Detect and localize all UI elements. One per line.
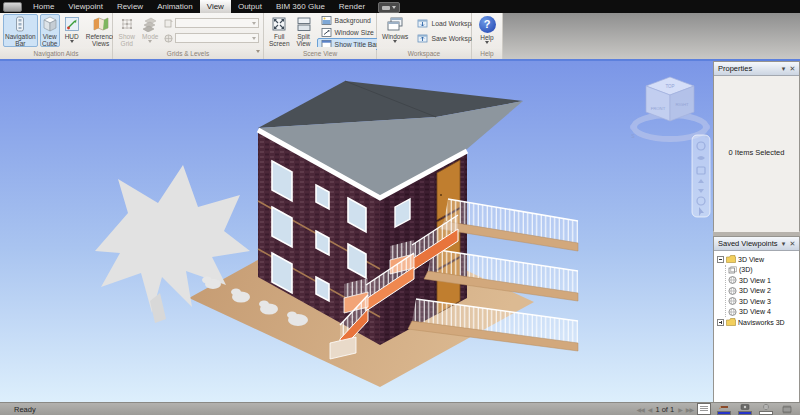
tab-render[interactable]: Render <box>332 0 372 13</box>
level-below-icon <box>164 34 173 43</box>
group-label-help: Help <box>472 47 502 59</box>
close-icon[interactable]: ✕ <box>788 238 797 249</box>
split-view-label: Split View <box>296 33 312 47</box>
panel-menu-icon[interactable]: ▾ <box>779 63 788 74</box>
camera-box-icon <box>728 266 737 274</box>
ribbon-display-icon <box>382 6 390 10</box>
show-grid-label: Show Grid <box>118 33 136 47</box>
navigation-bar-icon <box>12 16 28 32</box>
next-sheet-button[interactable]: ▶ <box>678 406 682 413</box>
hud-label: HUD <box>65 33 79 40</box>
viewcube-top-face[interactable]: TOP <box>665 84 674 89</box>
group-workspace: Windows Load Workspace <box>377 13 472 59</box>
expand-icon[interactable] <box>717 319 724 326</box>
tab-bim360glue[interactable]: BIM 360 Glue <box>269 0 332 13</box>
navigation-bar-label: Navigation Bar <box>5 33 36 47</box>
ribbon: Navigation Bar View Cube <box>0 13 800 59</box>
first-sheet-button[interactable]: ◀◀ <box>637 406 644 413</box>
grid-mode-button[interactable]: Mode <box>140 14 162 47</box>
navigation-bar-button[interactable]: Navigation Bar <box>3 14 38 47</box>
full-screen-button[interactable]: Full Screen <box>267 14 292 47</box>
chevron-down-icon <box>70 40 74 43</box>
help-button[interactable]: ? Help <box>475 14 499 47</box>
tree-item-3d-view-2[interactable]: 3D View 2 <box>728 286 799 297</box>
tab-view[interactable]: View <box>200 0 231 13</box>
status-ready-text: Ready <box>14 405 36 414</box>
scene-canvas[interactable]: S E TOP FRONT RIGHT <box>0 61 713 402</box>
tree-item-label: 3D View 1 <box>739 277 771 284</box>
viewpoint-icon <box>728 297 737 305</box>
tree-item-navisworks-3d-folder[interactable]: Navisworks 3D <box>717 317 799 328</box>
disk-progress-indicator <box>736 404 753 415</box>
view-cube-button[interactable]: View Cube <box>40 14 60 47</box>
tab-output[interactable]: Output <box>231 0 269 13</box>
level-above-icon <box>164 19 173 28</box>
grids-levels-dialog-launcher[interactable] <box>256 50 260 53</box>
previous-sheet-button[interactable]: ◀ <box>648 406 652 413</box>
show-grid-button[interactable]: Show Grid <box>116 14 138 47</box>
tab-viewpoint[interactable]: Viewpoint <box>61 0 110 13</box>
tab-home[interactable]: Home <box>26 0 61 13</box>
chevron-down-icon <box>392 6 396 9</box>
tree-item-3d-view-folder[interactable]: 3D View <box>717 254 799 265</box>
grid-level-combo-1[interactable] <box>175 18 259 28</box>
disk-icon <box>740 404 750 410</box>
reference-views-icon <box>93 16 109 32</box>
viewcube-front-face[interactable]: FRONT <box>651 106 666 111</box>
sheet-browser-icon[interactable] <box>697 403 711 415</box>
tree-item-3d-view-1[interactable]: 3D View 1 <box>728 275 799 286</box>
window-size-button[interactable]: Window Size <box>317 26 386 38</box>
background-button[interactable]: Background <box>317 14 386 26</box>
pencil-icon <box>719 404 729 410</box>
ribbon-empty-area <box>503 13 800 59</box>
properties-title: Properties <box>718 64 752 73</box>
navigation-bar-widget[interactable] <box>692 135 710 217</box>
group-navigation-aids: Navigation Bar View Cube <box>0 13 113 59</box>
help-icon: ? <box>479 16 496 33</box>
tree-item-3d-camera[interactable]: (3D) <box>728 265 799 276</box>
application-menu-icon[interactable] <box>3 2 22 12</box>
properties-titlebar[interactable]: Properties ▾ ✕ <box>714 62 799 76</box>
saved-viewpoints-titlebar[interactable]: Saved Viewpoints ▾ ✕ <box>714 237 799 251</box>
hud-icon <box>64 16 80 32</box>
tab-review[interactable]: Review <box>110 0 150 13</box>
split-view-button[interactable]: Split View <box>294 14 314 47</box>
chevron-down-icon <box>393 40 397 43</box>
background-label: Background <box>335 17 371 24</box>
properties-panel: Properties ▾ ✕ 0 Items Selected <box>713 61 800 231</box>
panel-menu-icon[interactable]: ▾ <box>779 238 788 249</box>
grid-mode-icon <box>142 16 158 32</box>
tree-item-3d-view-3[interactable]: 3D View 3 <box>728 296 799 307</box>
close-icon[interactable]: ✕ <box>788 63 797 74</box>
chevron-down-icon <box>485 41 489 44</box>
grid-level-combo-2[interactable] <box>175 33 259 43</box>
hud-button[interactable]: HUD <box>62 14 82 47</box>
navisworks-window: Home Viewpoint Review Animation View Out… <box>0 0 800 415</box>
tree-item-3d-view-4[interactable]: 3D View 4 <box>728 307 799 318</box>
viewpoint-icon <box>728 287 737 295</box>
tree-item-label: 3D View 4 <box>739 308 771 315</box>
windows-label: Windows <box>382 33 408 40</box>
tab-animation[interactable]: Animation <box>150 0 200 13</box>
collapse-icon[interactable] <box>717 256 724 263</box>
viewpoint-icon <box>728 308 737 316</box>
split-view-icon <box>296 16 312 32</box>
scene-viewport[interactable]: S E TOP FRONT RIGHT <box>0 61 713 402</box>
group-help: ? Help Help <box>472 13 503 59</box>
web-progress-indicator <box>757 404 774 415</box>
reference-views-label: Reference Views <box>86 33 116 47</box>
save-workspace-icon <box>417 33 428 44</box>
memory-indicator <box>778 405 795 414</box>
memory-chip-icon <box>781 405 793 414</box>
saved-viewpoints-title: Saved Viewpoints <box>718 239 777 248</box>
windows-button[interactable]: Windows <box>380 14 410 47</box>
group-label-grids-levels: Grids & Levels <box>113 47 263 59</box>
viewcube-right-face[interactable]: RIGHT <box>675 102 688 107</box>
group-label-scene-view: Scene View <box>264 47 376 59</box>
ribbon-display-options-button[interactable] <box>378 2 400 13</box>
last-sheet-button[interactable]: ▶▶ <box>686 406 693 413</box>
tree-item-label: 3D View 3 <box>739 298 771 305</box>
folder-icon <box>726 255 736 263</box>
load-workspace-icon <box>417 18 428 29</box>
status-bar: Ready ◀◀ ◀ 1 of 1 ▶ ▶▶ <box>0 402 800 415</box>
